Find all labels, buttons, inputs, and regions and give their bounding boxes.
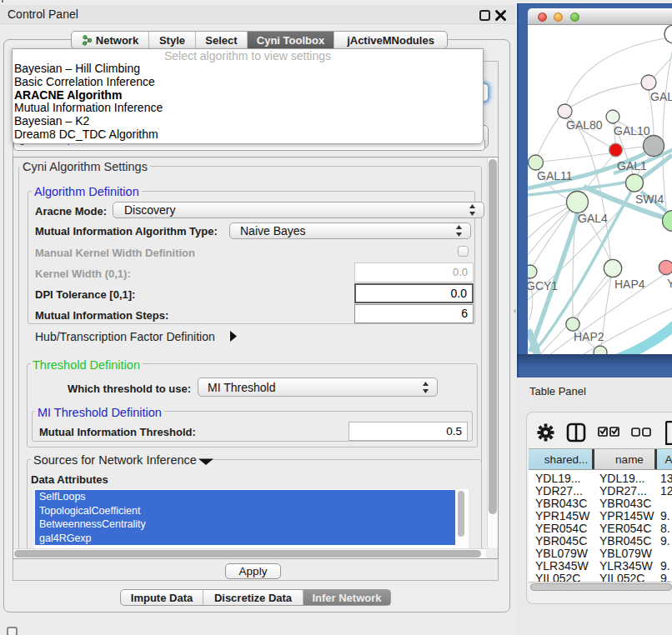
svg-text:HAP4: HAP4: [614, 278, 645, 291]
svg-text:Y: Y: [667, 277, 672, 290]
svg-text:GAL1: GAL1: [617, 159, 647, 172]
svg-text:SWI4: SWI4: [635, 192, 664, 206]
svg-text:GAL80: GAL80: [566, 118, 603, 132]
svg-text:GAL11: GAL11: [537, 169, 573, 182]
svg-text:HAP2: HAP2: [574, 330, 604, 343]
svg-text:GCY1: GCY1: [528, 279, 558, 292]
svg-text:GAL4: GAL4: [578, 212, 608, 225]
svg-text:GAL7: GAL7: [650, 90, 672, 103]
svg-text:GAL10: GAL10: [614, 124, 650, 138]
